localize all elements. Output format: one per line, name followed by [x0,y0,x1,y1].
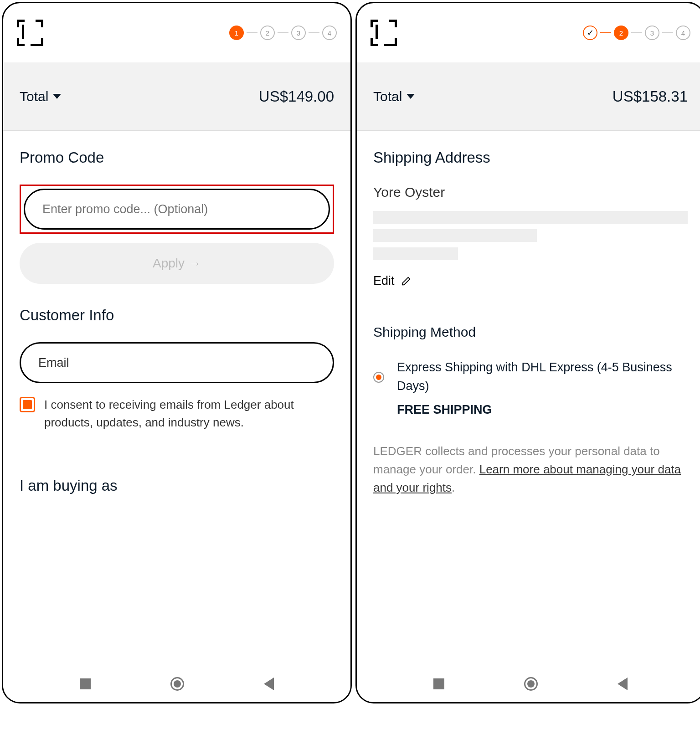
address-line-redacted [373,229,537,242]
total-bar[interactable]: Total US$149.00 [3,62,350,131]
address-line-redacted [373,211,688,224]
checkout-stepper: ✓ 2 3 4 [583,26,690,40]
email-field[interactable]: Email [20,342,334,383]
apply-button[interactable]: Apply → [20,243,334,284]
consent-label: I consent to receiving emails from Ledge… [44,396,334,431]
shipping-name: Yore Oyster [373,185,688,200]
chevron-down-icon [53,94,61,99]
phone-left: 1 2 3 4 Total US$149.00 Promo Code Apply… [2,2,352,703]
total-label: Total [20,89,48,104]
step-3[interactable]: 3 [291,26,306,40]
step-4[interactable]: 4 [322,26,337,40]
total-label: Total [373,89,402,104]
shipping-method-title: Shipping Method [373,324,688,340]
arrow-right-icon: → [189,257,201,271]
consent-checkbox[interactable] [20,397,35,412]
chevron-down-icon [407,94,415,99]
total-bar[interactable]: Total US$158.31 [357,62,700,131]
nav-home-icon[interactable] [170,677,184,691]
customer-info-title: Customer Info [20,307,334,324]
promo-code-title: Promo Code [20,149,334,166]
step-2[interactable]: 2 [614,26,628,40]
privacy-disclaimer: LEDGER collects and processes your perso… [357,424,700,515]
step-3[interactable]: 3 [645,26,659,40]
buying-as-title: I am buying as [20,477,334,494]
nav-recents-icon[interactable] [433,678,444,689]
promo-highlight [20,185,334,234]
free-shipping-label: FREE SHIPPING [397,400,688,419]
check-icon: ✓ [587,28,594,38]
shipping-method-name: Express Shipping with DHL Express (4-5 B… [397,358,688,395]
nav-home-icon[interactable] [524,677,538,691]
nav-back-icon[interactable] [618,678,628,690]
promo-code-input[interactable] [24,189,330,230]
address-line-redacted [373,247,458,260]
nav-back-icon[interactable] [264,678,274,690]
shipping-radio[interactable] [373,372,384,383]
step-4[interactable]: 4 [676,26,690,40]
total-value: US$149.00 [259,88,334,105]
nav-recents-icon[interactable] [80,678,91,689]
shipping-address-title: Shipping Address [373,149,688,166]
phone-right: ✓ 2 3 4 Total US$158.31 Shipping Address… [355,2,700,703]
shipping-option[interactable]: Express Shipping with DHL Express (4-5 B… [373,358,688,419]
ledger-logo-icon [371,20,397,46]
checkout-stepper: 1 2 3 4 [229,26,337,40]
header: ✓ 2 3 4 [357,3,700,62]
edit-address-button[interactable]: Edit [373,274,688,288]
ledger-logo-icon [17,20,43,46]
step-1[interactable]: ✓ [583,26,597,40]
android-nav-bar [3,666,350,702]
step-2[interactable]: 2 [260,26,275,40]
header: 1 2 3 4 [3,3,350,62]
total-value: US$158.31 [612,88,688,105]
android-nav-bar [357,666,700,702]
pencil-icon [401,276,411,286]
step-1[interactable]: 1 [229,26,244,40]
